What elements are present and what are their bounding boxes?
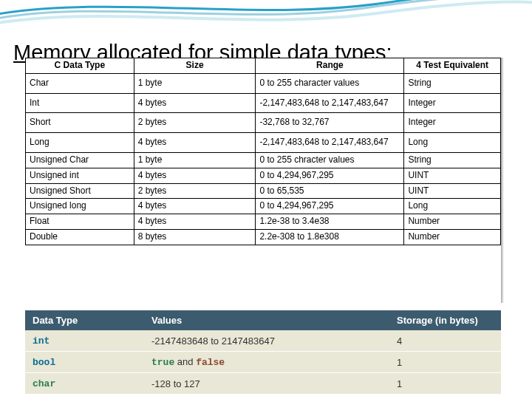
col-values: Values <box>144 310 389 330</box>
cell: 4 bytes <box>134 168 256 183</box>
cell-data-type: bool <box>25 352 144 373</box>
cell-data-type: char <box>25 373 144 395</box>
cell: Char <box>26 73 134 93</box>
cell: 1 byte <box>134 73 256 93</box>
table-row: char-128 to 1271 <box>25 373 501 395</box>
cell: Integer <box>404 93 501 113</box>
cell-values: -128 to 127 <box>144 373 389 395</box>
table-header-row: Data Type Values Storage (in bytes) <box>25 310 501 330</box>
table-row: Unsigned long4 bytes0 to 4,294,967,295Lo… <box>26 199 501 214</box>
cell: Long <box>404 133 501 153</box>
cell: 4 bytes <box>134 199 256 214</box>
table-row: Unsigned int4 bytes0 to 4,294,967,295UIN… <box>26 168 501 183</box>
cell: 8 bytes <box>134 229 256 245</box>
cell: Float <box>26 214 134 230</box>
cell: 1 byte <box>134 152 256 168</box>
cell: UINT <box>404 168 501 183</box>
cell: -2,147,483,648 to 2,147,483,647 <box>256 133 404 153</box>
cell: Long <box>26 133 134 153</box>
cell: 0 to 4,294,967,295 <box>256 199 404 214</box>
cell: -2,147,483,648 to 2,147,483,647 <box>256 93 404 113</box>
table-row: Unsigned Short2 bytes0 to 65,535UINT <box>26 183 501 199</box>
cell: 2 bytes <box>134 113 256 133</box>
data-types-table: C Data Type Size Range 4 Test Equivalent… <box>25 58 501 245</box>
decorative-waves <box>0 0 532 35</box>
cell: 0 to 255 chracter values <box>256 152 404 168</box>
table-row: Float4 bytes1.2e-38 to 3.4e38Number <box>26 214 501 230</box>
cell-storage: 1 <box>389 373 501 395</box>
cell: 2.2e-308 to 1.8e308 <box>256 229 404 245</box>
cell: 4 bytes <box>134 133 256 153</box>
cell-values: -2147483648 to 2147483647 <box>144 330 389 352</box>
table-row: booltrue and false1 <box>25 352 501 373</box>
cell: 1.2e-38 to 3.4e38 <box>256 214 404 230</box>
col-4test-equivalent: 4 Test Equivalent <box>404 58 501 74</box>
cell: UINT <box>404 183 501 199</box>
cell: Int <box>26 93 134 113</box>
col-size: Size <box>134 58 256 74</box>
cell: Unsigned Char <box>26 152 134 168</box>
cell: Short <box>26 113 134 133</box>
table-row: int-2147483648 to 21474836474 <box>25 330 501 352</box>
table-shadow <box>501 58 504 303</box>
col-range: Range <box>256 58 404 74</box>
col-data-type: Data Type <box>25 310 144 330</box>
cell-data-type: int <box>25 330 144 352</box>
cell: 0 to 4,294,967,295 <box>256 168 404 183</box>
cell-storage: 4 <box>389 330 501 352</box>
cell-storage: 1 <box>389 352 501 373</box>
cell: 2 bytes <box>134 183 256 199</box>
cell: 0 to 65,535 <box>256 183 404 199</box>
table-header-row: C Data Type Size Range 4 Test Equivalent <box>26 58 501 74</box>
cell: Number <box>404 229 501 245</box>
cell: String <box>404 73 501 93</box>
storage-table: Data Type Values Storage (in bytes) int-… <box>25 310 501 395</box>
table-row: Int4 bytes-2,147,483,648 to 2,147,483,64… <box>26 93 501 113</box>
cell: Unsigned int <box>26 168 134 183</box>
cell: 4 bytes <box>134 93 256 113</box>
cell: 4 bytes <box>134 214 256 230</box>
cell: Unsigned Short <box>26 183 134 199</box>
table-row: Double8 bytes2.2e-308 to 1.8e308Number <box>26 229 501 245</box>
col-c-data-type: C Data Type <box>26 58 134 74</box>
cell: -32,768 to 32,767 <box>256 113 404 133</box>
cell: Double <box>26 229 134 245</box>
col-storage: Storage (in bytes) <box>389 310 501 330</box>
cell: Unsigned long <box>26 199 134 214</box>
cell-values: true and false <box>144 352 389 373</box>
cell: 0 to 255 character values <box>256 73 404 93</box>
cell: String <box>404 152 501 168</box>
table-row: Short2 bytes-32,768 to 32,767Integer <box>26 113 501 133</box>
table-row: Char1 byte0 to 255 character valuesStrin… <box>26 73 501 93</box>
table-row: Unsigned Char1 byte0 to 255 chracter val… <box>26 152 501 168</box>
cell: Long <box>404 199 501 214</box>
cell: Number <box>404 214 501 230</box>
table-row: Long4 bytes-2,147,483,648 to 2,147,483,6… <box>26 133 501 153</box>
cell: Integer <box>404 113 501 133</box>
